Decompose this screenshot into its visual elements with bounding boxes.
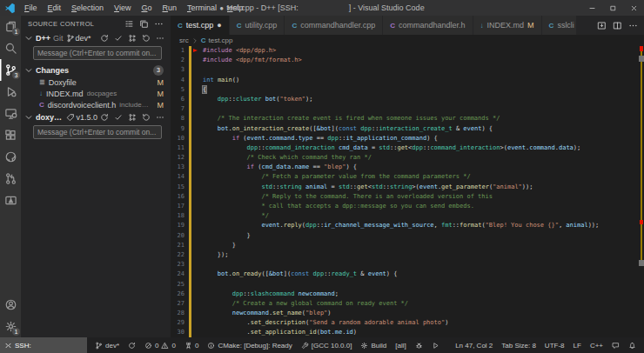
minimize-button[interactable] (581, 0, 602, 16)
activity-source-control[interactable]: 3 (0, 59, 21, 81)
activity-explorer[interactable]: 1 (0, 16, 21, 37)
status-cmake-status[interactable]: CMake: [Debug]: Ready (203, 337, 296, 353)
activity-accounts[interactable] (0, 294, 21, 316)
activity-extensions[interactable] (0, 124, 21, 146)
file-icon: ↓ (480, 22, 484, 30)
more-actions-icon[interactable] (628, 21, 638, 30)
status-text: CMake: [Debug]: Ready (218, 342, 292, 350)
tab-commandhandler-h[interactable]: Ccommandhandler.h (383, 16, 473, 35)
menu-view[interactable]: View (109, 3, 136, 12)
code-line-2: 2#include <dpp/fmt/format.h> (171, 56, 644, 65)
tab-sslcli[interactable]: Csslcli (542, 16, 577, 35)
remote-icon (4, 342, 12, 350)
sync-icon[interactable] (100, 113, 109, 122)
status-cmake-target[interactable]: [all] (391, 337, 410, 353)
status-text: Ln 47, Col 2 (455, 342, 493, 350)
repo-row-doxygen[interactable]: doxyg... v1.5.0 (21, 110, 171, 123)
git-modified-gutter (189, 124, 191, 134)
activity-github[interactable] (0, 146, 21, 168)
menu-go[interactable]: Go (136, 3, 157, 12)
feedback-icon (612, 342, 620, 350)
tab-test-cpp[interactable]: Ctest.cpp● (171, 16, 230, 35)
tab-index-md[interactable]: ↓INDEX.mdM (473, 16, 542, 35)
status-ports[interactable]: 0 (180, 337, 203, 353)
activity-pull-request[interactable] (0, 168, 21, 190)
status-encoding[interactable]: UTF-8 (540, 337, 569, 353)
activity-bar-top: 13 (0, 16, 21, 211)
commit-message-input-1[interactable] (33, 46, 162, 60)
code-line-20: 20 } (171, 231, 644, 241)
git-modified-gutter (189, 76, 191, 85)
menu-run[interactable]: Run (157, 3, 182, 12)
status-notifications[interactable] (624, 337, 641, 353)
status-eol[interactable]: LF (569, 337, 586, 353)
red-arrow-marker (193, 49, 198, 52)
check-icon[interactable] (114, 113, 123, 122)
code-line-22: 22 }); (171, 250, 644, 260)
activity-search[interactable] (0, 37, 21, 59)
status-cmake-run[interactable] (427, 337, 444, 353)
status-sync[interactable] (124, 337, 140, 353)
commit-message-input-2[interactable] (33, 125, 162, 139)
tab-utility-cpp[interactable]: Cutility.cpp (230, 16, 285, 35)
status-bar: SSH:dev*000CMake: [Debug]: Ready[GCC 10.… (0, 337, 644, 353)
status-language-mode[interactable]: C++ (586, 337, 607, 353)
check-icon[interactable] (114, 34, 123, 43)
tab-commandhandler-cpp[interactable]: Ccommandhandler.cpp (285, 16, 383, 35)
status-cmake-debug[interactable] (411, 337, 427, 353)
activity-settings[interactable]: 1 (0, 316, 21, 337)
more-icon[interactable] (156, 34, 164, 43)
graph-plus-icon[interactable] (128, 34, 137, 43)
breadcrumb[interactable]: src C test.cpp (171, 35, 644, 46)
status-right: Ln 47, Col 2Tab Size: 8UTF-8LFC++ (451, 337, 644, 353)
dirty-indicator[interactable]: ● (217, 22, 221, 30)
refresh-icon[interactable] (142, 34, 151, 43)
code-editor[interactable]: 1#include <dpp/dpp.h>2#include <dpp/fmt/… (171, 46, 644, 337)
status-text: SSH: (15, 342, 31, 350)
git-modified-gutter (189, 318, 191, 328)
status-indentation[interactable]: Tab Size: 8 (497, 337, 540, 353)
menu-terminal[interactable]: Terminal (182, 3, 222, 12)
status-problems[interactable]: 00 (140, 337, 180, 353)
repositories-icon[interactable] (139, 19, 149, 29)
activity-run-debug[interactable] (0, 81, 21, 103)
status-remote[interactable]: SSH: (0, 337, 87, 353)
status-branch[interactable]: dev* (91, 337, 124, 353)
changes-section-row[interactable]: Changes 3 (21, 64, 171, 77)
git-status-badge: M (527, 21, 534, 30)
status-text: 0 (155, 342, 158, 350)
menu-selection[interactable]: Selection (66, 3, 109, 12)
graph-plus-icon[interactable] (128, 113, 137, 122)
changed-file-doxyfile[interactable]: ≣DoxyfileM (21, 77, 171, 88)
git-status-badge: M (158, 90, 164, 98)
repo-row-dpp[interactable]: D++ Git dev* (21, 31, 171, 44)
changed-file-index.md[interactable]: ↓INDEX.mddocpagesM (21, 88, 171, 99)
git-modified-gutter (189, 241, 191, 250)
changed-file-discordvoiceclient.h[interactable]: Cdiscordvoiceclient.hinclude/d...M (21, 99, 171, 110)
file-name: Doxyfile (49, 78, 77, 87)
menu-file[interactable]: File (19, 3, 43, 12)
activity-remote-explorer[interactable] (0, 103, 21, 124)
view-as-tree-icon[interactable] (124, 19, 134, 29)
line-number: 28 (171, 309, 184, 318)
more-icon[interactable] (156, 113, 164, 122)
open-changes-icon[interactable] (597, 21, 607, 30)
close-button[interactable] (623, 0, 644, 16)
more-actions-icon[interactable] (154, 19, 164, 29)
menu-edit[interactable]: Edit (43, 3, 67, 12)
status-feedback[interactable] (607, 337, 624, 353)
code-line-5: 5{ (171, 85, 644, 95)
status-cmake-build[interactable]: Build (356, 337, 391, 353)
code-line-8: 8 /* The interaction create event is fir… (171, 114, 644, 123)
breadcrumb-file[interactable]: test.cpp (208, 37, 232, 44)
maximize-button[interactable] (602, 0, 623, 16)
status-cmake-kit[interactable]: [GCC 10.0.0] (297, 337, 357, 353)
sync-icon[interactable] (100, 34, 109, 43)
git-modified-gutter (189, 114, 191, 123)
title-bar: FileEditSelectionViewGoRunTerminalHelp ●… (0, 0, 644, 16)
status-cursor-position[interactable]: Ln 47, Col 2 (451, 337, 497, 353)
split-editor-icon[interactable] (613, 21, 622, 30)
breadcrumb-folder[interactable]: src (179, 37, 189, 44)
activity-remote-window[interactable] (0, 190, 21, 211)
refresh-icon[interactable] (142, 113, 151, 122)
